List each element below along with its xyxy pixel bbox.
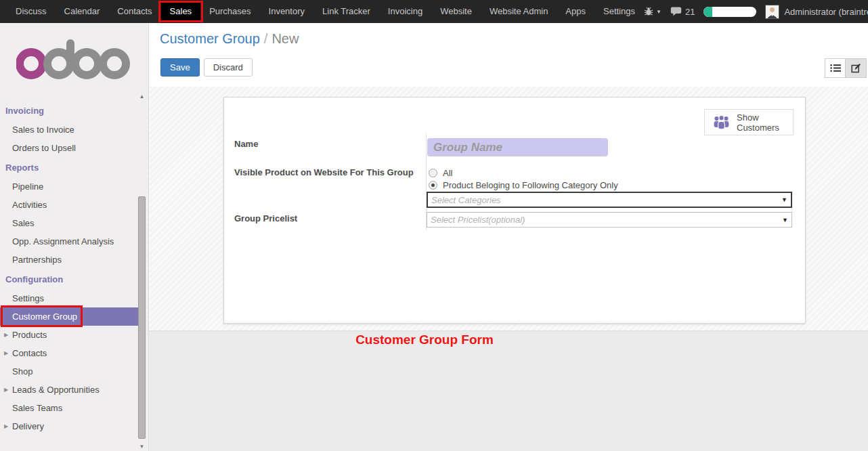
customers-group-icon (712, 114, 731, 130)
nav-item-calendar[interactable]: Calendar (56, 0, 109, 23)
save-button[interactable]: Save (160, 58, 200, 77)
bottom-area: Customer Group Form (149, 330, 868, 451)
name-field-label: Name (234, 139, 258, 149)
pricelist-placeholder: Select Pricelist(optional) (427, 215, 782, 225)
bug-icon (644, 7, 653, 16)
categories-select[interactable]: Select Categories ▼ (427, 192, 792, 208)
form-view-icon (851, 63, 861, 73)
view-switcher (825, 58, 867, 78)
discard-button[interactable]: Discard (204, 58, 253, 77)
sidebar-menu: Invoicing Sales to Invoice Orders to Ups… (0, 100, 148, 435)
form-view-background: Show Customers Name Visible Product on W… (149, 87, 868, 330)
sidebar: Invoicing Sales to Invoice Orders to Ups… (0, 23, 149, 451)
avatar (765, 5, 779, 19)
show-customers-button[interactable]: Show Customers (704, 109, 794, 135)
expand-caret-icon: ▶ (4, 350, 8, 356)
nav-item-website-admin[interactable]: Website Admin (481, 0, 557, 23)
control-panel: Customer Group/New Save Discard (149, 23, 868, 87)
sidebar-header-invoicing: Invoicing (0, 100, 148, 121)
nav-item-invoicing[interactable]: Invoicing (379, 0, 431, 23)
sidebar-item-sales-teams[interactable]: Sales Teams (0, 399, 138, 417)
show-customers-label: Show Customers (737, 112, 781, 133)
sidebar-item-activities[interactable]: Activities (0, 196, 138, 214)
nav-item-settings[interactable]: Settings (594, 0, 644, 23)
expand-caret-icon: ▶ (4, 332, 8, 338)
dropdown-caret-icon: ▼ (782, 217, 791, 223)
sidebar-item-settings[interactable]: Settings (0, 289, 138, 307)
form-sheet: Show Customers Name Visible Product on W… (223, 97, 806, 324)
group-name-input[interactable] (427, 138, 608, 156)
sidebar-header-reports: Reports (0, 157, 148, 177)
sidebar-item-products[interactable]: ▶ Products (0, 326, 138, 344)
breadcrumb-separator: / (260, 31, 272, 46)
sidebar-item-sales-to-invoice[interactable]: Sales to Invoice (0, 121, 138, 139)
dropdown-caret-icon: ▼ (781, 196, 791, 203)
pricelist-field-label: Group Pricelist (234, 213, 297, 223)
nav-item-apps[interactable]: Apps (557, 0, 594, 23)
expand-caret-icon: ▶ (4, 423, 8, 429)
sidebar-item-pipeline[interactable]: Pipeline (0, 177, 138, 196)
messages-menu[interactable]: 21 (670, 7, 695, 17)
nav-item-sales[interactable]: Sales (161, 0, 201, 23)
radio-button-unselected[interactable] (429, 169, 437, 177)
nav-item-link-tracker[interactable]: Link Tracker (313, 0, 379, 23)
form-view-button[interactable] (846, 58, 867, 78)
sidebar-item-delivery-label: Delivery (12, 421, 44, 431)
categories-placeholder: Select Categories (428, 195, 781, 205)
radio-button-selected[interactable] (429, 181, 437, 190)
radio-option-all[interactable]: All (429, 168, 452, 178)
breadcrumb-customer-group[interactable]: Customer Group (160, 31, 260, 46)
scroll-down-icon[interactable]: ▼ (137, 444, 146, 450)
nav-item-website[interactable]: Website (431, 0, 481, 23)
sidebar-item-orders-to-upsell[interactable]: Orders to Upsell (0, 139, 138, 157)
expand-caret-icon: ▶ (4, 387, 8, 393)
radio-all-label: All (443, 168, 452, 178)
screenshot-caption: Customer Group Form (343, 332, 506, 347)
nav-item-purchases[interactable]: Purchases (200, 0, 259, 23)
scroll-up-icon[interactable]: ▲ (137, 93, 146, 100)
odoo-logo (16, 37, 148, 98)
sidebar-item-delivery[interactable]: ▶ Delivery (0, 417, 138, 435)
list-view-icon (830, 64, 841, 72)
navbar-right-tools: ▼ 21 Administrator (braintree) ▼ (644, 5, 868, 19)
sidebar-item-partnerships[interactable]: Partnerships (0, 251, 138, 269)
visible-product-field-label: Visible Product on Website For This Grou… (234, 167, 414, 177)
sidebar-item-shop[interactable]: Shop (0, 362, 138, 381)
nav-item-contacts[interactable]: Contacts (108, 0, 160, 23)
nav-item-inventory[interactable]: Inventory (260, 0, 313, 23)
sidebar-item-sales[interactable]: Sales (0, 214, 138, 232)
caret-down-icon: ▼ (656, 9, 661, 15)
form-buttons: Save Discard (160, 58, 253, 77)
sidebar-item-contacts-label: Contacts (12, 348, 47, 358)
message-count-badge: 21 (685, 7, 695, 17)
sidebar-item-customer-group-label: Customer Group (12, 312, 77, 322)
sidebar-item-leads-opportunities-label: Leads & Opportunities (12, 385, 100, 395)
breadcrumb-new: New (272, 31, 299, 46)
user-name: Administrator (braintree) (784, 7, 868, 17)
nav-item-sales-label: Sales (170, 6, 192, 16)
sidebar-item-leads-opportunities[interactable]: ▶ Leads & Opportunities (0, 381, 138, 399)
chat-icon (670, 7, 682, 16)
sidebar-item-products-label: Products (12, 330, 47, 340)
scrollbar-thumb[interactable] (138, 196, 146, 439)
radio-category-label: Product Beloging to Following Category O… (443, 180, 618, 190)
main-content: Customer Group/New Save Discard (149, 23, 868, 451)
breadcrumb: Customer Group/New (160, 31, 299, 47)
radio-option-category[interactable]: Product Beloging to Following Category O… (429, 180, 618, 190)
sidebar-item-opp-assignment-analysis[interactable]: Opp. Assignment Analysis (0, 232, 138, 251)
radio-dot (431, 184, 435, 187)
planner-progressbar[interactable] (703, 7, 756, 17)
sidebar-item-customer-group[interactable]: Customer Group (0, 307, 138, 326)
user-menu[interactable]: Administrator (braintree) ▼ (765, 5, 868, 19)
sidebar-scrollbar[interactable]: ▲ ▼ (137, 93, 146, 451)
list-view-button[interactable] (825, 58, 846, 78)
sidebar-header-configuration: Configuration (0, 269, 148, 289)
sidebar-item-contacts[interactable]: ▶ Contacts (0, 344, 138, 362)
debug-menu[interactable]: ▼ (644, 7, 661, 16)
top-navbar: Discuss Calendar Contacts Sales Purchase… (0, 0, 868, 23)
progress-fill (703, 7, 712, 17)
nav-item-discuss[interactable]: Discuss (7, 0, 56, 23)
pricelist-select[interactable]: Select Pricelist(optional) ▼ (427, 212, 792, 228)
